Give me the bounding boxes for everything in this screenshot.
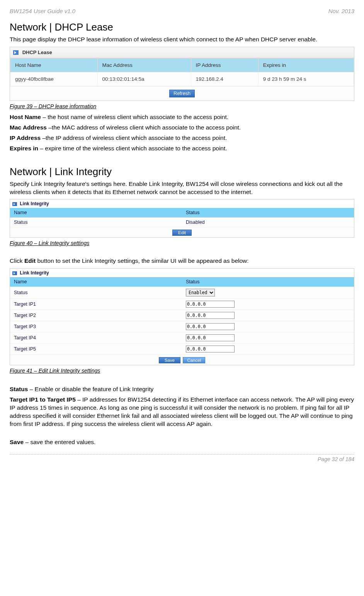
target-ip5-label: Target IP5	[10, 344, 182, 355]
section-title-dhcp: Network | DHCP Lease	[10, 21, 354, 33]
dhcp-intro: This page display the DHCP lease informa…	[10, 36, 354, 44]
arrow-icon	[12, 202, 17, 206]
li-panel-title-2: Link Integrity	[10, 269, 354, 277]
target-ip1-input[interactable]	[186, 301, 235, 308]
table-row: Target IP4	[10, 332, 354, 344]
li-col-status: Status	[182, 208, 354, 218]
header-left: BW1254 User Guide v1.0	[10, 8, 75, 14]
link-integrity-panel-1: Link Integrity Name Status Status Disabl…	[10, 199, 354, 238]
col-mac: Mac Address	[97, 58, 191, 72]
desc-ip: IP Address –the IP address of wireless c…	[10, 134, 354, 142]
click-edit-text: Click Edit button to set the Link Integr…	[10, 257, 354, 265]
table-row: Target IP5	[10, 344, 354, 355]
cancel-button[interactable]: Cancel	[183, 357, 205, 363]
page-footer: Page 32 of 184	[10, 454, 354, 462]
desc-expires: Expires in – expire time of the wireless…	[10, 145, 354, 153]
li-row-name: Status	[10, 218, 182, 227]
figure-41-caption: Figure 41 – Edit Link Integrity settings	[10, 368, 354, 374]
table-row: Status Disabled	[10, 218, 354, 227]
table-row: Target IP2	[10, 310, 354, 321]
dhcp-panel-title: DHCP Lease	[10, 47, 354, 58]
desc-status: Status – Enable or disable the feature o…	[10, 385, 354, 393]
target-ip3-label: Target IP3	[10, 321, 182, 332]
li-panel-title-1: Link Integrity	[10, 199, 354, 208]
page-header: BW1254 User Guide v1.0 Nov. 2013	[10, 8, 354, 14]
save-button[interactable]: Save	[159, 357, 180, 363]
li-table-2: Name Status Status Enabled Target IP1 Ta…	[10, 277, 354, 355]
refresh-button[interactable]: Refresh	[169, 90, 195, 97]
figure-39-caption: Figure 39 – DHCP lease information	[10, 103, 354, 109]
li2-col-name: Name	[10, 277, 182, 287]
target-ip2-input[interactable]	[186, 312, 235, 319]
table-row: Status Enabled	[10, 287, 354, 299]
cell-host: ggyy-40fbc8fbae	[10, 72, 98, 86]
desc-save: Save – save the entered values.	[10, 438, 354, 446]
li-col-name: Name	[10, 208, 182, 218]
desc-target-ips: Target IP1 to Target IP5 – IP addresses …	[10, 396, 354, 428]
arrow-icon	[12, 271, 17, 275]
cell-exp: 9 d 23 h 59 m 24 s	[258, 72, 354, 86]
target-ip3-input[interactable]	[186, 323, 235, 330]
dhcp-panel-title-text: DHCP Lease	[22, 49, 52, 55]
link-integrity-intro: Specify Link Integrity feature's setting…	[10, 180, 354, 196]
col-hostname: Host Name	[10, 58, 98, 72]
desc-hostname: Host Name – the host name of wireless cl…	[10, 113, 354, 121]
edit-btn-row: Edit	[10, 227, 354, 237]
li-panel-title-text-1: Link Integrity	[20, 201, 49, 206]
li2-col-status: Status	[182, 277, 354, 287]
li-row-value: Disabled	[182, 218, 354, 227]
figure-40-caption: Figure 40 – Link Integrity settings	[10, 240, 354, 246]
table-row: ggyy-40fbc8fbae 00:13:02:01:14:5a 192.16…	[10, 72, 354, 86]
cell-ip: 192.168.2.4	[191, 72, 258, 86]
col-expires: Expires in	[258, 58, 354, 72]
link-integrity-panel-2: Link Integrity Name Status Status Enable…	[10, 268, 354, 365]
cell-mac: 00:13:02:01:14:5a	[97, 72, 191, 86]
dhcp-table: Host Name Mac Address IP Address Expires…	[10, 58, 354, 86]
arrow-icon	[13, 50, 19, 55]
table-row: Target IP1	[10, 299, 354, 310]
dhcp-lease-panel: DHCP Lease Host Name Mac Address IP Addr…	[10, 47, 354, 101]
desc-mac: Mac Address –the MAC address of wireless…	[10, 124, 354, 132]
li-table-1: Name Status Status Disabled	[10, 208, 354, 227]
status-select[interactable]: Enabled	[186, 289, 215, 296]
table-row: Target IP3	[10, 321, 354, 332]
col-ip: IP Address	[191, 58, 258, 72]
refresh-row: Refresh	[10, 86, 354, 100]
target-ip2-label: Target IP2	[10, 310, 182, 321]
target-ip4-input[interactable]	[186, 334, 235, 341]
edit-button[interactable]: Edit	[172, 230, 192, 236]
target-ip1-label: Target IP1	[10, 299, 182, 310]
target-ip4-label: Target IP4	[10, 332, 182, 344]
li-panel-title-text-2: Link Integrity	[20, 270, 49, 276]
save-cancel-row: Save Cancel	[10, 355, 354, 365]
header-right: Nov. 2013	[328, 8, 354, 14]
section-title-link-integrity: Network | Link Integrity	[10, 166, 354, 178]
target-ip5-input[interactable]	[186, 346, 235, 352]
li2-status-label: Status	[10, 287, 182, 299]
